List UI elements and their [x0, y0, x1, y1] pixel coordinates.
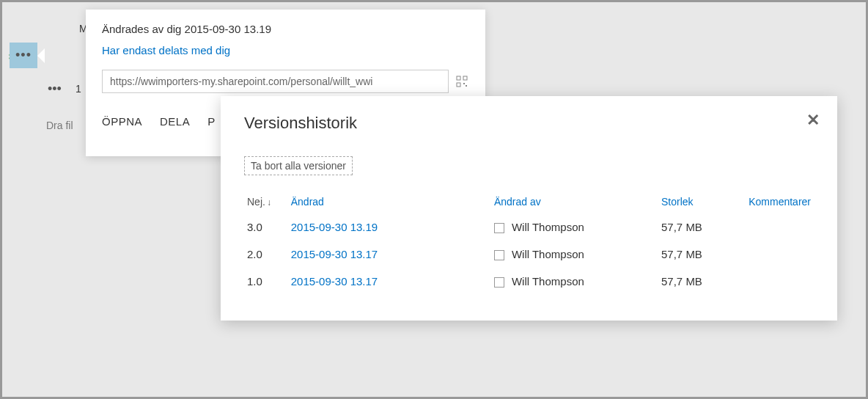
- qr-code-icon[interactable]: [455, 74, 469, 89]
- version-author: Will Thompson: [512, 221, 584, 233]
- version-date-link[interactable]: 2015-09-30 13.17: [288, 268, 491, 295]
- author-checkbox[interactable]: [494, 277, 504, 288]
- table-row: 3.0 2015-09-30 13.19 Will Thompson 57,7 …: [244, 213, 814, 241]
- version-no: 3.0: [244, 213, 288, 241]
- version-author: Will Thompson: [512, 275, 584, 288]
- author-checkbox[interactable]: [494, 223, 504, 233]
- version-size: 57,7 MB: [658, 213, 746, 241]
- version-author-cell: Will Thompson: [491, 241, 658, 268]
- table-row: 2.0 2015-09-30 13.17 Will Thompson 57,7 …: [244, 241, 814, 268]
- col-header-modified[interactable]: Ändrad: [288, 190, 491, 213]
- open-action[interactable]: ÖPPNA: [102, 115, 142, 128]
- version-date-link[interactable]: 2015-09-30 13.17: [288, 241, 491, 268]
- version-author-cell: Will Thompson: [491, 213, 658, 241]
- svg-rect-2: [457, 83, 460, 87]
- col-header-no[interactable]: Nej.↓: [244, 190, 288, 213]
- version-author: Will Thompson: [512, 248, 584, 260]
- version-author-cell: Will Thompson: [491, 268, 658, 295]
- svg-rect-0: [457, 76, 460, 80]
- version-size: 57,7 MB: [658, 268, 746, 295]
- col-header-comments[interactable]: Kommentarer: [746, 190, 814, 213]
- author-checkbox[interactable]: [494, 250, 504, 260]
- row3-number: 1: [76, 83, 81, 95]
- row3-ellipsis[interactable]: •••: [48, 81, 62, 97]
- callout-pointer: [37, 48, 45, 63]
- item-menu-ellipsis[interactable]: •••: [15, 48, 32, 63]
- svg-rect-3: [463, 83, 465, 84]
- more-action-prefix[interactable]: P: [207, 115, 216, 128]
- col-header-modified-by[interactable]: Ändrad av: [491, 190, 658, 213]
- version-table: Nej.↓ Ändrad Ändrad av Storlek Kommentar…: [244, 190, 814, 295]
- version-size: 57,7 MB: [658, 241, 746, 268]
- dialog-title: Versionshistorik: [244, 114, 814, 133]
- drag-hint-text: Dra fil: [46, 120, 73, 131]
- callout-shared-link[interactable]: Har endast delats med dig: [102, 44, 469, 56]
- col-no-label: Nej.: [247, 196, 265, 208]
- version-comment: [746, 241, 814, 268]
- close-icon[interactable]: ✕: [806, 111, 820, 130]
- svg-rect-1: [463, 76, 467, 80]
- col-header-size[interactable]: Storlek: [658, 190, 746, 213]
- share-action[interactable]: DELA: [160, 115, 190, 128]
- svg-rect-4: [466, 85, 467, 87]
- callout-url-row: [102, 70, 469, 93]
- sort-desc-icon: ↓: [267, 197, 271, 208]
- version-comment: [746, 213, 814, 241]
- delete-all-versions-link[interactable]: Ta bort alla versioner: [244, 156, 353, 175]
- callout-modified-text: Ändrades av dig 2015-09-30 13.19: [102, 23, 469, 35]
- table-row: 1.0 2015-09-30 13.17 Will Thompson 57,7 …: [244, 268, 814, 295]
- version-date-link[interactable]: 2015-09-30 13.19: [288, 213, 491, 241]
- version-no: 2.0: [244, 241, 288, 268]
- version-no: 1.0: [244, 268, 288, 295]
- share-url-input[interactable]: [102, 70, 449, 93]
- selected-item-cell[interactable]: •••: [10, 43, 37, 68]
- version-comment: [746, 268, 814, 295]
- version-history-dialog: ✕ Versionshistorik Ta bort alla versione…: [221, 96, 837, 321]
- version-table-body: 3.0 2015-09-30 13.19 Will Thompson 57,7 …: [244, 213, 814, 295]
